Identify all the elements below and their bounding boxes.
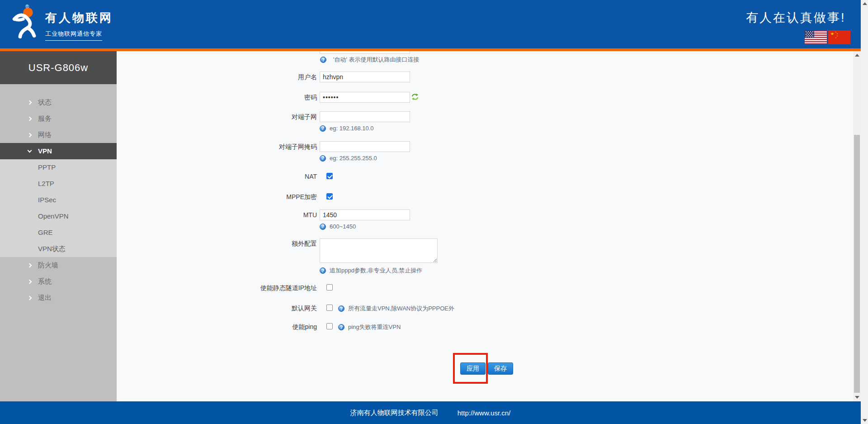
sidebar-item-ipsec[interactable]: IPSec (0, 192, 117, 208)
extra-config-textarea[interactable] (320, 238, 438, 263)
footer-company: 济南有人物联网技术有限公司 (350, 409, 439, 417)
us-flag-icon[interactable] (805, 30, 827, 44)
chevron-right-icon (28, 117, 32, 121)
interface-hint: ? '自动' 表示使用默认路由接口连接 (320, 56, 420, 64)
brand-logo-icon (11, 6, 42, 38)
brand-subtitle: 工业物联网通信专家 (45, 30, 102, 41)
window-scrollbar[interactable] (861, 0, 868, 424)
enable-ping-checkbox[interactable] (326, 323, 333, 329)
chevron-right-icon (28, 100, 32, 105)
extra-config-hint: ? 追加pppd参数,非专业人员,禁止操作 (320, 267, 422, 275)
password-input[interactable] (320, 92, 410, 103)
peer-netmask-label: 对端子网掩码 (181, 141, 317, 152)
mppe-checkbox[interactable] (326, 193, 333, 200)
help-icon: ? (320, 267, 326, 274)
enable-ping-label: 使能ping (181, 323, 317, 330)
device-title: USR-G806w (0, 51, 117, 84)
annotation-apply-highlight (453, 353, 488, 384)
password-label: 密码 (181, 92, 317, 103)
cutoff-input[interactable] (320, 51, 410, 54)
scroll-up-icon[interactable] (863, 2, 867, 5)
default-gateway-hint: ? 所有流量走VPN,除WAN协议为PPPOE外 (338, 305, 454, 313)
help-icon: ? (320, 155, 326, 162)
help-icon: ? (320, 57, 326, 63)
content-scrollbar[interactable] (853, 51, 861, 401)
scroll-down-icon[interactable] (855, 396, 859, 399)
sidebar-item-l2tp[interactable]: L2TP (0, 176, 117, 192)
nat-label: NAT (181, 173, 317, 180)
footer-url-link[interactable]: http://www.usr.cn/ (458, 409, 511, 417)
brand-title: 有人物联网 (45, 10, 113, 26)
extra-config-label: 额外配置 (181, 240, 317, 247)
chevron-right-icon (28, 280, 32, 284)
sidebar-item-pptp[interactable]: PPTP (0, 159, 117, 176)
help-icon: ? (338, 305, 344, 312)
save-button[interactable]: 保存 (488, 362, 513, 375)
mtu-hint: ? 600~1450 (320, 223, 356, 230)
chevron-right-icon (28, 133, 32, 138)
chevron-right-icon (28, 263, 32, 268)
help-icon: ? (320, 224, 326, 230)
peer-netmask-hint: ? eg: 255.255.255.0 (320, 155, 377, 162)
sidebar-item-network[interactable]: 网络 (0, 127, 117, 143)
static-tunnel-ip-label: 使能静态隧道IP地址 (181, 284, 317, 291)
scroll-down-icon[interactable] (863, 419, 867, 422)
refresh-password-icon[interactable] (411, 93, 419, 100)
mtu-input[interactable] (320, 210, 410, 220)
sidebar-item-firewall[interactable]: 防火墙 (0, 257, 117, 273)
brand-text: 有人物联网 工业物联网通信专家 (45, 10, 113, 41)
static-tunnel-ip-checkbox[interactable] (326, 284, 333, 291)
scroll-up-icon[interactable] (855, 54, 859, 57)
sidebar-menu: 状态 服务 网络 VPN PPTP L2TP IPSec OpenVPN GRE (0, 94, 117, 306)
sidebar-item-status[interactable]: 状态 (0, 94, 117, 110)
chevron-right-icon (28, 296, 32, 300)
sidebar-item-vpn[interactable]: VPN (0, 143, 117, 159)
default-gateway-label: 默认网关 (181, 305, 317, 312)
sidebar-item-system[interactable]: 系统 (0, 273, 117, 290)
username-input[interactable] (320, 71, 410, 82)
content-scrollbar-thumb[interactable] (854, 135, 860, 393)
header: ® 有人物联网 工业物联网通信专家 有人在认真做事! (0, 0, 861, 48)
peer-subnet-input[interactable] (320, 111, 410, 122)
header-slogan: 有人在认真做事! (746, 10, 846, 26)
vpn-form: ? '自动' 表示使用默认路由接口连接 用户名 密码 对端子网 ? eg: 19… (117, 51, 853, 401)
help-icon: ? (320, 125, 326, 132)
footer: 济南有人物联网技术有限公司 http://www.usr.cn/ (0, 401, 861, 424)
sidebar-item-logout[interactable]: 退出 (0, 290, 117, 306)
sidebar-item-services[interactable]: 服务 (0, 110, 117, 127)
peer-subnet-hint: ? eg: 192.168.10.0 (320, 125, 374, 132)
chevron-down-icon (28, 148, 32, 153)
peer-subnet-label: 对端子网 (181, 111, 317, 122)
enable-ping-hint: ? ping失败将重连VPN (338, 323, 401, 331)
mtu-label: MTU (181, 210, 317, 220)
help-icon: ? (338, 324, 344, 330)
china-flag-icon[interactable] (828, 30, 850, 44)
username-label: 用户名 (181, 71, 317, 82)
sidebar-item-gre[interactable]: GRE (0, 224, 117, 241)
sidebar-item-openvpn[interactable]: OpenVPN (0, 208, 117, 224)
sidebar: USR-G806w 状态 服务 网络 VPN PPTP L2TP IPSec O… (0, 51, 117, 401)
registered-mark: ® (25, 4, 29, 9)
mppe-label: MPPE加密 (181, 193, 317, 200)
sidebar-item-vpn-status[interactable]: VPN状态 (0, 241, 117, 257)
peer-netmask-input[interactable] (320, 141, 410, 152)
default-gateway-checkbox[interactable] (326, 305, 333, 311)
nat-checkbox[interactable] (326, 173, 333, 179)
